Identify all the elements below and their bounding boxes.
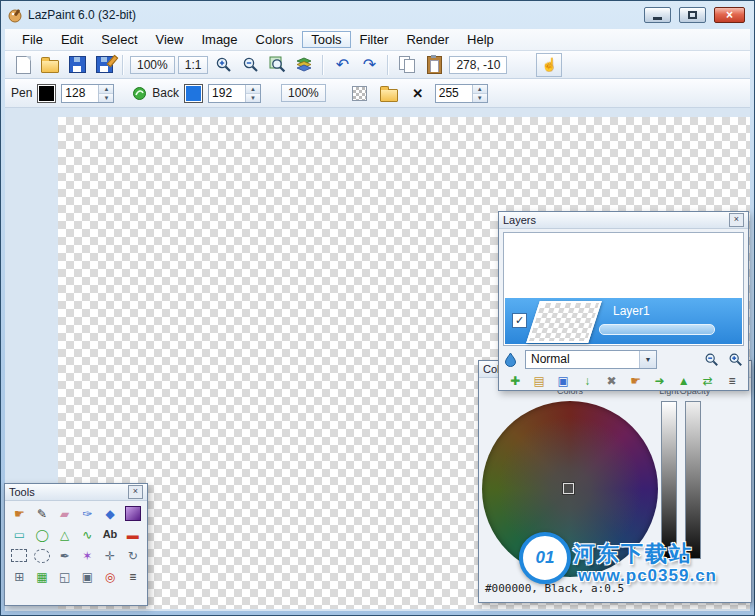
- back-width-value[interactable]: 192: [209, 85, 245, 102]
- move-selection-tool-icon[interactable]: ✛: [99, 545, 122, 566]
- zoom-in-button[interactable]: [211, 54, 235, 76]
- layer-name[interactable]: Layer1: [613, 304, 650, 318]
- merge-layer-down-icon[interactable]: ↓: [575, 371, 599, 390]
- clone-tool-icon[interactable]: ▣: [76, 566, 99, 587]
- eraser-tool-icon[interactable]: ▰: [53, 503, 76, 524]
- move-layer-icon[interactable]: ☛: [623, 371, 647, 390]
- menu-file[interactable]: File: [13, 31, 52, 48]
- dropdown-arrow-icon[interactable]: ▼: [639, 351, 656, 368]
- title-bar[interactable]: LazPaint 6.0 (32-bit) ×: [1, 1, 754, 28]
- layers-panel-titlebar[interactable]: Layers ×: [499, 212, 748, 229]
- maximize-button[interactable]: [679, 7, 706, 23]
- new-image-button[interactable]: [11, 54, 35, 76]
- flip-layer-icon[interactable]: ⇄: [696, 371, 720, 390]
- spin-down-icon[interactable]: ▼: [246, 94, 260, 102]
- texture-alpha-spinner[interactable]: 255 ▲ ▼: [435, 84, 488, 103]
- tools-panel-titlebar[interactable]: Tools ×: [5, 484, 147, 501]
- undo-button[interactable]: ↶: [330, 54, 354, 76]
- blend-mode-select[interactable]: Normal ▼: [525, 350, 657, 369]
- color-wheel-selector[interactable]: [563, 483, 574, 494]
- color-picker-tool-icon[interactable]: ◎: [99, 566, 122, 587]
- duplicate-layer-icon[interactable]: ▣: [551, 371, 575, 390]
- spin-up-icon[interactable]: ▲: [246, 85, 260, 94]
- texture-alpha-value[interactable]: 255: [436, 85, 472, 102]
- redo-button[interactable]: ↷: [357, 54, 381, 76]
- brush-tool-icon[interactable]: ✑: [76, 503, 99, 524]
- minimize-button[interactable]: [644, 7, 671, 23]
- spin-up-icon[interactable]: ▲: [99, 85, 113, 94]
- delete-layer-icon[interactable]: ✖: [599, 371, 623, 390]
- open-layer-icon[interactable]: ▤: [527, 371, 551, 390]
- layer-zoom-in-icon[interactable]: [728, 352, 743, 367]
- open-button[interactable]: [38, 54, 62, 76]
- select-rect-tool-icon[interactable]: [8, 545, 31, 566]
- menu-select[interactable]: Select: [92, 31, 146, 48]
- layer-options-icon[interactable]: ≡: [720, 371, 744, 390]
- menu-edit[interactable]: Edit: [52, 31, 92, 48]
- layer-row-selected[interactable]: ✓ Layer1: [505, 298, 742, 344]
- open-folder-icon: [41, 60, 59, 73]
- raise-layer-icon[interactable]: ▲: [672, 371, 696, 390]
- select-ellipse-tool-icon[interactable]: [31, 545, 54, 566]
- lightness-slider[interactable]: [661, 401, 677, 559]
- pencil-tool-icon[interactable]: ✎: [31, 503, 54, 524]
- clear-texture-button[interactable]: ✕: [406, 82, 430, 104]
- save-as-button[interactable]: [92, 54, 116, 76]
- menu-view[interactable]: View: [147, 31, 193, 48]
- opacity-slider[interactable]: [685, 401, 701, 559]
- deformation-grid-tool-icon[interactable]: ⊞: [8, 566, 31, 587]
- rectangle-tool-icon[interactable]: ▭: [8, 524, 31, 545]
- adjust-tool-icon[interactable]: ≡: [121, 566, 144, 587]
- gradient-tool-icon[interactable]: [121, 503, 144, 524]
- layers-panel-close-button[interactable]: ×: [729, 213, 744, 227]
- polygon-tool-icon[interactable]: △: [53, 524, 76, 545]
- save-button[interactable]: [65, 54, 89, 76]
- spin-up-icon[interactable]: ▲: [473, 85, 487, 94]
- menu-tools[interactable]: Tools: [302, 31, 350, 48]
- hand-tool-button[interactable]: ☝: [536, 53, 562, 77]
- add-layer-icon[interactable]: ✚: [503, 371, 527, 390]
- magic-wand-tool-icon[interactable]: ✶: [76, 545, 99, 566]
- rotate-selection-tool-icon[interactable]: ↻: [121, 545, 144, 566]
- copy-button[interactable]: [395, 54, 419, 76]
- filled-rect-tool-icon[interactable]: ▬: [121, 524, 144, 545]
- close-icon: ×: [726, 9, 733, 21]
- texture-mapping-tool-icon[interactable]: ▦: [31, 566, 54, 587]
- layer-zoom-out-icon[interactable]: [704, 352, 719, 367]
- floodfill-tool-icon[interactable]: ◆: [99, 503, 122, 524]
- pen-width-value[interactable]: 128: [62, 85, 98, 102]
- menu-filter[interactable]: Filter: [351, 31, 398, 48]
- texture-button[interactable]: [348, 82, 372, 104]
- back-width-spinner[interactable]: 192 ▲ ▼: [208, 84, 261, 103]
- menu-colors[interactable]: Colors: [247, 31, 303, 48]
- shift-layer-icon[interactable]: ➜: [648, 371, 672, 390]
- perspective-tool-icon[interactable]: ◱: [53, 566, 76, 587]
- zoom-layer-button[interactable]: [292, 54, 316, 76]
- close-button[interactable]: ×: [714, 7, 745, 23]
- back-color-swatch[interactable]: [184, 84, 203, 103]
- layer-opacity-bar[interactable]: [599, 324, 715, 335]
- zoom-out-button[interactable]: [238, 54, 262, 76]
- zoom-original-button[interactable]: 1:1: [178, 56, 209, 74]
- tools-panel-close-button[interactable]: ×: [128, 485, 143, 499]
- paste-button[interactable]: [422, 54, 446, 76]
- zoom-level-box[interactable]: 100%: [130, 56, 175, 74]
- toolbar-separator: [122, 55, 124, 75]
- curve-tool-icon[interactable]: ∿: [76, 524, 99, 545]
- pen-color-swatch[interactable]: [37, 84, 56, 103]
- pen-width-spinner[interactable]: 128 ▲ ▼: [61, 84, 114, 103]
- open-texture-button[interactable]: [377, 82, 401, 104]
- text-tool-icon[interactable]: Ab: [99, 524, 122, 545]
- menu-render[interactable]: Render: [397, 31, 458, 48]
- ellipse-tool-icon[interactable]: ◯: [31, 524, 54, 545]
- hand-tool-icon[interactable]: ☛: [8, 503, 31, 524]
- layer-thumbnail[interactable]: [526, 301, 602, 343]
- spin-down-icon[interactable]: ▼: [99, 94, 113, 102]
- menu-image[interactable]: Image: [192, 31, 246, 48]
- zoom-fit-button[interactable]: [265, 54, 289, 76]
- spin-down-icon[interactable]: ▼: [473, 94, 487, 102]
- opacity-box[interactable]: 100%: [281, 84, 326, 102]
- menu-help[interactable]: Help: [458, 31, 503, 48]
- layer-visibility-checkbox[interactable]: ✓: [512, 313, 527, 328]
- select-pen-tool-icon[interactable]: ✒: [53, 545, 76, 566]
